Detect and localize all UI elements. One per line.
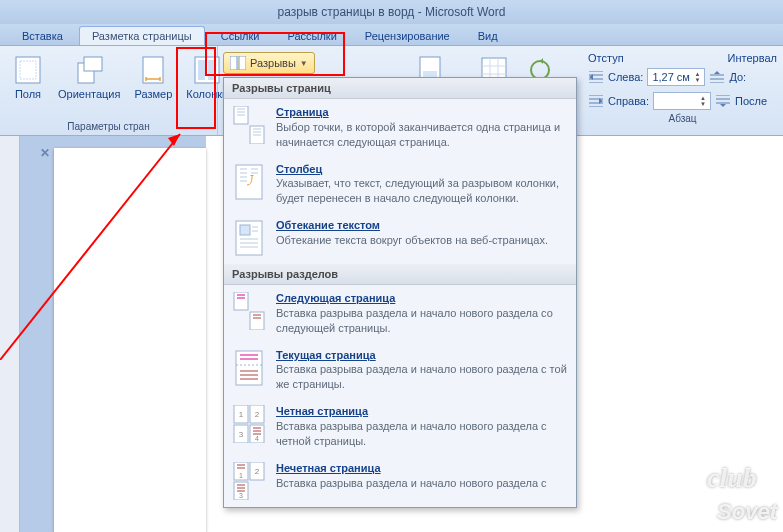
- column-break-icon: [232, 162, 266, 202]
- size-icon: [137, 54, 169, 86]
- svg-text:4: 4: [255, 435, 259, 442]
- breaks-button[interactable]: Разрывы ▼: [223, 52, 315, 74]
- spinner-icon[interactable]: ▲▼: [700, 95, 706, 107]
- title-bar: разрыв страницы в ворд - Microsoft Word: [0, 0, 783, 24]
- indent-left-input[interactable]: 1,27 см▲▼: [647, 68, 705, 86]
- svg-text:3: 3: [239, 430, 244, 439]
- break-continuous[interactable]: Текущая страницаВставка разрыва раздела …: [224, 342, 576, 399]
- svg-text:1: 1: [239, 410, 244, 419]
- document-page[interactable]: [54, 148, 206, 532]
- tab-page-layout[interactable]: Разметка страницы: [79, 26, 205, 45]
- tab-review[interactable]: Рецензирование: [353, 27, 462, 45]
- dropdown-arrow-icon: ▼: [300, 59, 308, 68]
- odd-page-break-icon: 123: [232, 461, 266, 501]
- margins-button[interactable]: Поля: [6, 50, 50, 104]
- svg-rect-16: [236, 165, 262, 199]
- even-page-break-icon: 1234: [232, 404, 266, 444]
- spinner-icon[interactable]: ▲▼: [694, 71, 700, 83]
- window-title: разрыв страницы в ворд - Microsoft Word: [278, 5, 506, 19]
- document-area: [0, 136, 206, 532]
- indent-label: Отступ: [588, 52, 624, 64]
- break-column[interactable]: СтолбецУказывает, что текст, следующий з…: [224, 156, 576, 213]
- svg-rect-6: [198, 60, 205, 80]
- page-setup-group: Поля Ориентация Размер Колонки Параметры…: [0, 46, 218, 135]
- break-next-page[interactable]: Следующая страницаВставка разрыва раздел…: [224, 285, 576, 342]
- spacing-label: Интервал: [728, 52, 777, 64]
- break-odd-page[interactable]: 123 Нечетная страницаВставка разрыва раз…: [224, 455, 576, 507]
- continuous-break-icon: [232, 348, 266, 388]
- orientation-button[interactable]: Ориентация: [52, 50, 126, 104]
- spacing-after-icon: [715, 93, 731, 109]
- text-wrap-break-icon: [232, 218, 266, 258]
- margins-icon: [12, 54, 44, 86]
- svg-rect-21: [236, 351, 262, 385]
- dropdown-section-page-breaks: Разрывы страниц: [224, 78, 576, 99]
- spacing-before-icon: [709, 69, 725, 85]
- tab-mailings[interactable]: Рассылки: [275, 27, 348, 45]
- close-pane-icon[interactable]: ✕: [40, 146, 50, 160]
- paragraph-group: Отступ Интервал Слева: 1,27 см▲▼ До: Спр…: [582, 46, 783, 127]
- breaks-dropdown: Разрывы страниц СтраницаВыбор точки, в к…: [223, 77, 577, 508]
- svg-rect-3: [84, 57, 102, 71]
- size-button[interactable]: Размер: [128, 50, 178, 104]
- svg-text:1: 1: [239, 472, 243, 479]
- svg-text:3: 3: [239, 492, 243, 499]
- next-page-break-icon: [232, 291, 266, 331]
- break-even-page[interactable]: 1234 Четная страницаВставка разрыва разд…: [224, 398, 576, 455]
- tab-view[interactable]: Вид: [466, 27, 510, 45]
- vertical-ruler[interactable]: [0, 136, 20, 532]
- indent-right-icon: [588, 93, 604, 109]
- indent-left-icon: [588, 69, 604, 85]
- svg-rect-8: [230, 56, 237, 70]
- break-text-wrapping[interactable]: Обтекание текстомОбтекание текста вокруг…: [224, 212, 576, 264]
- page-setup-label: Параметры стран: [6, 120, 211, 133]
- ribbon-tabs: Вставка Разметка страницы Ссылки Рассылк…: [0, 24, 783, 46]
- dropdown-section-section-breaks: Разрывы разделов: [224, 264, 576, 285]
- svg-text:2: 2: [255, 467, 260, 476]
- orientation-icon: [73, 54, 105, 86]
- svg-text:2: 2: [255, 410, 260, 419]
- svg-rect-9: [239, 56, 246, 70]
- tab-insert[interactable]: Вставка: [10, 27, 75, 45]
- tab-links[interactable]: Ссылки: [209, 27, 272, 45]
- indent-right-input[interactable]: ▲▼: [653, 92, 711, 110]
- svg-rect-18: [240, 225, 250, 235]
- paragraph-label: Абзац: [588, 112, 777, 125]
- svg-rect-7: [208, 60, 215, 80]
- watermark: clubSovet: [707, 462, 777, 526]
- columns-icon: [191, 54, 223, 86]
- breaks-icon: [230, 55, 246, 71]
- break-page[interactable]: СтраницаВыбор точки, в которой заканчива…: [224, 99, 576, 156]
- page-break-icon: [232, 105, 266, 145]
